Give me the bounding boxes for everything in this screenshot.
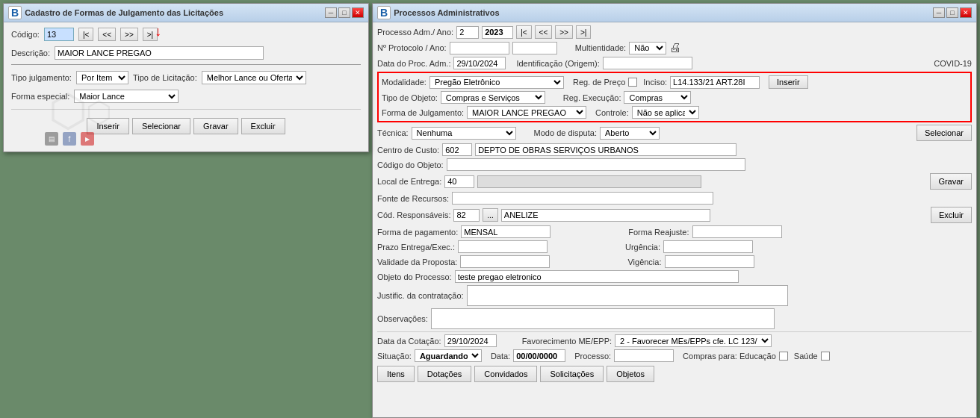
justific-textarea[interactable] xyxy=(467,285,788,306)
favorecimento-label: Favorecimento ME/EPP: xyxy=(522,337,612,346)
right-minimize-btn[interactable]: ─ xyxy=(933,7,945,18)
justific-row: Justific. da contratação: xyxy=(377,285,972,306)
inciso-label: Inciso: xyxy=(643,78,667,87)
local-entrega-input[interactable] xyxy=(444,175,474,188)
protocolo-input[interactable] xyxy=(450,42,509,54)
urgencia-input[interactable] xyxy=(663,240,753,253)
multientidade-select[interactable]: Não Sim xyxy=(629,42,666,54)
right-gravar-btn[interactable]: Gravar xyxy=(930,173,972,190)
objeto-input[interactable] xyxy=(455,270,739,283)
nav-first-btn[interactable]: |< xyxy=(78,28,93,41)
solicitacoes-btn[interactable]: Solicitações xyxy=(540,366,604,382)
convidados-btn[interactable]: Convidados xyxy=(474,366,537,382)
controle-select[interactable]: Não se aplica xyxy=(632,106,699,119)
descricao-input[interactable] xyxy=(55,46,264,60)
left-excluir-btn[interactable]: Excluir xyxy=(241,118,285,134)
forma-especial-select[interactable]: Maior Lance xyxy=(74,90,179,103)
centro-custo-desc-input[interactable] xyxy=(475,143,736,156)
processo-adm-input[interactable] xyxy=(456,26,479,39)
tipo-objeto-select[interactable]: Compras e Serviços xyxy=(441,91,545,104)
validade-input[interactable] xyxy=(460,255,550,268)
nav-prev-btn[interactable]: << xyxy=(98,28,116,41)
protocolo-ano-input[interactable] xyxy=(512,42,557,54)
local-entrega-label: Local de Entrega: xyxy=(377,177,441,186)
cotacao-input[interactable] xyxy=(444,334,497,347)
local-entrega-desc-input[interactable] xyxy=(477,175,701,188)
responsavel-name-input[interactable] xyxy=(501,209,710,222)
ano-input[interactable] xyxy=(482,26,513,39)
rw-nav-prev[interactable]: << xyxy=(535,25,553,39)
right-inserir-btn[interactable]: Inserir xyxy=(769,75,808,89)
left-selecionar-btn[interactable]: Selecionar xyxy=(132,118,190,134)
red-arrow-icon: ↓ xyxy=(155,24,161,40)
right-title-bar: B Processos Administrativos ─ □ ✕ xyxy=(373,4,976,22)
tecnica-select[interactable]: Nenhuma xyxy=(412,127,516,140)
compras-educacao-label: Compras para: Educação xyxy=(683,352,776,361)
centro-custo-row: Centro de Custo: xyxy=(377,143,972,156)
fonte-recursos-input[interactable] xyxy=(452,192,713,205)
dotacoes-btn[interactable]: Dotações xyxy=(418,366,471,382)
cod-resp-browse-btn[interactable]: ... xyxy=(483,208,497,222)
facebook-icon: f xyxy=(63,132,76,146)
forma-reajuste-input[interactable] xyxy=(692,225,782,238)
processo-sit-input[interactable] xyxy=(614,349,674,362)
favorecimento-select[interactable]: 2 - Favorecer MEs/EPPs cfe. LC 123/2006 xyxy=(615,334,772,347)
modalidade-row: Modalidade: Pregão Eletrônico Reg. de Pr… xyxy=(382,75,967,89)
left-minimize-btn[interactable]: ─ xyxy=(325,7,337,18)
vigencia-input[interactable] xyxy=(665,255,754,268)
tipo-licitacao-select[interactable]: Melhor Lance ou Oferta xyxy=(202,71,306,84)
protocolo-label: Nº Protocolo / Ano: xyxy=(377,43,447,52)
situacao-select[interactable]: Aguardando xyxy=(415,349,482,362)
reg-preco-checkbox[interactable] xyxy=(628,78,637,87)
rw-nav-next[interactable]: >> xyxy=(555,25,573,39)
codigo-objeto-input[interactable] xyxy=(447,158,745,171)
saude-label: Saúde xyxy=(794,352,818,361)
data-sit-input[interactable] xyxy=(513,349,565,362)
left-gravar-btn[interactable]: Gravar xyxy=(193,118,238,134)
forma-especial-row: Forma especial: Maior Lance xyxy=(11,89,361,104)
right-restore-btn[interactable]: □ xyxy=(946,7,958,18)
modo-disputa-select[interactable]: Aberto xyxy=(600,127,660,140)
data-proc-input[interactable] xyxy=(453,57,506,69)
tipo-objeto-row: Tipo de Objeto: Compras e Serviços Reg. … xyxy=(382,91,967,104)
codigo-objeto-label: Código do Objeto: xyxy=(377,160,444,169)
modalidade-select[interactable]: Pregão Eletrônico xyxy=(429,76,564,89)
red-border-section: Modalidade: Pregão Eletrônico Reg. de Pr… xyxy=(377,72,972,122)
social-icons: ▤ f ▶ xyxy=(45,132,94,146)
right-close-btn[interactable]: ✕ xyxy=(960,7,972,18)
objetos-btn[interactable]: Objetos xyxy=(607,366,654,382)
cod-responsaveis-input[interactable] xyxy=(453,209,480,222)
educacao-checkbox[interactable] xyxy=(779,352,788,361)
cotacao-row: Data da Cotação: Favorecimento ME/EPP: 2… xyxy=(377,334,972,347)
identificacao-input[interactable] xyxy=(603,57,692,69)
cotacao-label: Data da Cotação: xyxy=(377,337,441,346)
left-divider xyxy=(11,109,361,110)
codigo-input[interactable] xyxy=(44,28,74,41)
validade-label: Validade da Proposta: xyxy=(377,258,457,266)
tipo-julgamento-select[interactable]: Por Item xyxy=(76,71,128,84)
saude-checkbox[interactable] xyxy=(821,352,830,361)
right-excluir-btn[interactable]: Excluir xyxy=(931,207,972,223)
left-close-btn[interactable]: ✕ xyxy=(352,7,364,18)
centro-custo-input[interactable] xyxy=(442,143,472,156)
left-restore-btn[interactable]: □ xyxy=(338,7,350,18)
obs-textarea[interactable] xyxy=(431,308,775,329)
itens-btn[interactable]: Itens xyxy=(377,366,415,382)
rw-nav-last[interactable]: >| xyxy=(576,25,591,39)
prazo-input[interactable] xyxy=(458,240,548,253)
rw-nav-first[interactable]: |< xyxy=(516,25,531,39)
inciso-input[interactable] xyxy=(670,76,760,89)
right-selecionar-btn[interactable]: Selecionar xyxy=(917,125,972,141)
reg-execucao-select[interactable]: Compras xyxy=(624,91,691,104)
tecnica-row: Técnica: Nenhuma Modo de disputa: Aberto… xyxy=(377,125,972,141)
obs-row: Observações: xyxy=(377,308,972,329)
tipo-julgamento-row: Tipo julgamento: Por Item Tipo de Licita… xyxy=(11,70,361,85)
nav-next-btn[interactable]: >> xyxy=(120,28,138,41)
forma-julgamento-select[interactable]: MAIOR LANCE PREGAO xyxy=(467,106,586,119)
prazo-row: Prazo Entrega/Exec.: Urgência: xyxy=(377,240,972,253)
right-window: B Processos Administrativos ─ □ ✕ Proces… xyxy=(372,3,977,418)
descricao-label: Descrição: xyxy=(11,49,50,57)
codigo-objeto-row: Código do Objeto: xyxy=(377,158,972,171)
printer-icon: 🖨 xyxy=(669,41,681,54)
forma-pagamento-input[interactable] xyxy=(461,225,551,238)
